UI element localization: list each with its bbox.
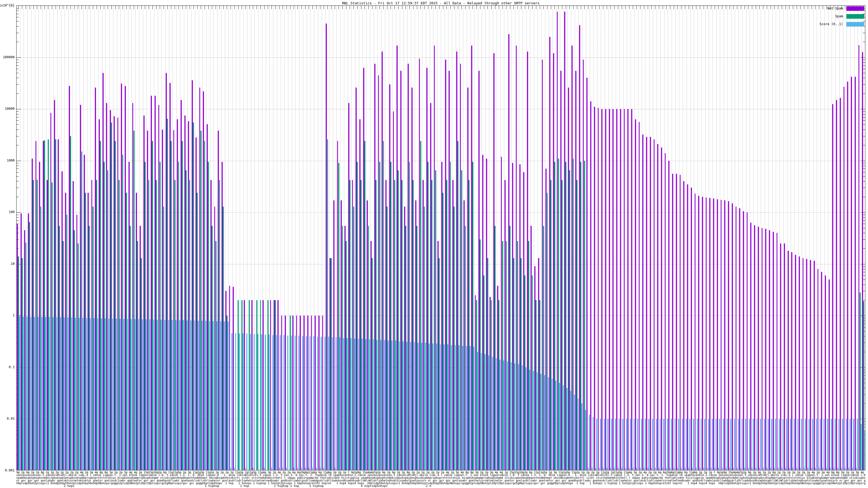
- category-gridline: [713, 6, 713, 470]
- x-tick-top: [566, 6, 566, 9]
- x-tick-top: [655, 6, 655, 9]
- y-tick-label: 100000: [0, 55, 14, 59]
- y-minor-tick-right: [863, 42, 865, 42]
- x-tick-top: [763, 6, 763, 9]
- x-tick-top: [759, 6, 760, 9]
- y-minor-tick-right: [863, 176, 865, 176]
- x-tick-top: [93, 6, 93, 9]
- bar-score: [779, 419, 780, 470]
- x-tick-top: [629, 6, 629, 9]
- x-tick-bottom: [715, 468, 715, 470]
- bar-score: [146, 319, 147, 470]
- y-minor-tick-left: [17, 163, 19, 163]
- x-tick-top: [56, 6, 56, 9]
- chart-title: RBL Statistics - Fri Oct 17 12:59:37 EDT…: [16, 1, 865, 5]
- bar-score: [328, 337, 329, 470]
- y-minor-tick-left: [17, 84, 19, 85]
- x-tick-top: [730, 6, 730, 9]
- legend-row-spam: Spam: [819, 14, 864, 19]
- y-minor-tick-right: [863, 275, 865, 276]
- x-tick-bottom: [655, 468, 655, 470]
- x-axis-cluster-label: 2 hops: [64, 485, 74, 487]
- bar-not-spam: [687, 184, 688, 470]
- bar-not-spam: [665, 153, 666, 470]
- x-tick-top: [19, 6, 19, 9]
- bar-not-spam: [229, 286, 230, 470]
- category-gridline: [657, 6, 657, 470]
- bar-score: [537, 372, 538, 470]
- x-tick-top: [808, 6, 808, 9]
- x-tick-bottom: [253, 468, 253, 470]
- bar-score: [90, 318, 91, 470]
- x-tick-top: [417, 6, 417, 9]
- bar-score: [131, 319, 132, 470]
- bar-score: [161, 320, 162, 470]
- bar-score: [358, 338, 359, 470]
- bar-not-spam: [620, 109, 621, 470]
- x-axis-cluster-label: 2 h: [426, 485, 431, 487]
- category-gridline: [649, 6, 650, 470]
- x-tick-top: [819, 6, 819, 9]
- x-tick-bottom: [309, 468, 309, 470]
- y-minor-tick-left: [17, 60, 19, 60]
- category-gridline: [772, 6, 773, 470]
- bar-score: [23, 317, 24, 470]
- y-minor-tick-right: [863, 300, 865, 300]
- x-tick-top: [320, 6, 320, 9]
- legend-swatch-score: [846, 22, 864, 27]
- x-tick-top: [286, 6, 287, 9]
- category-gridline: [716, 6, 717, 470]
- x-tick-bottom: [711, 468, 711, 470]
- bar-not-spam: [754, 225, 755, 470]
- x-axis-label-row: or gor gor gor gonlaswbr gnetnetcornetne…: [16, 479, 865, 482]
- x-tick-bottom: [741, 468, 741, 470]
- bar-score: [38, 317, 39, 470]
- x-tick-top: [432, 6, 432, 9]
- x-axis-label-row: h0ptsdp50oh2ptsopzr2 Dohdp5hbp50oh2ptsdp…: [16, 482, 865, 485]
- bar-score: [168, 320, 169, 470]
- bar-not-spam: [683, 181, 684, 470]
- bar-score: [656, 419, 657, 470]
- bar-not-spam: [702, 197, 703, 470]
- x-tick-top: [368, 6, 369, 9]
- bar-score: [321, 337, 322, 470]
- bar-not-spam: [594, 107, 595, 470]
- x-tick-top: [249, 6, 250, 9]
- x-tick-top: [182, 6, 183, 9]
- x-tick-top: [458, 6, 458, 9]
- bar-score: [552, 379, 553, 470]
- bar-not-spam: [627, 109, 628, 470]
- bar-score: [756, 419, 757, 470]
- bar-not-spam: [736, 206, 737, 470]
- bar-score: [213, 321, 214, 470]
- y-minor-tick-right: [863, 84, 865, 85]
- bar-score: [809, 419, 810, 470]
- x-tick-top: [335, 6, 335, 9]
- y-minor-tick-right: [863, 272, 865, 272]
- x-tick-top: [543, 6, 544, 9]
- x-tick-bottom: [279, 468, 279, 470]
- x-tick-top: [353, 6, 354, 9]
- category-gridline: [813, 6, 813, 470]
- bar-score: [492, 357, 493, 470]
- x-tick-bottom: [797, 468, 797, 470]
- y-minor-tick-left: [17, 166, 19, 166]
- bar-score: [529, 370, 530, 470]
- category-gridline: [776, 6, 776, 470]
- y-minor-tick-left: [17, 130, 19, 130]
- bar-score: [719, 419, 720, 470]
- category-gridline: [735, 6, 735, 470]
- bar-score: [354, 338, 355, 470]
- y-minor-tick-left: [17, 169, 19, 169]
- bar-not-spam: [817, 269, 818, 470]
- legend-label-spam: Spam: [835, 14, 843, 18]
- x-tick-top: [584, 6, 585, 9]
- x-tick-bottom: [722, 468, 722, 470]
- x-tick-top: [145, 6, 145, 9]
- x-tick-top: [78, 6, 78, 9]
- bar-score: [600, 419, 601, 470]
- y-minor-tick-right: [863, 130, 865, 130]
- x-tick-top: [607, 6, 607, 9]
- bar-not-spam: [304, 316, 305, 470]
- x-tick-top: [379, 6, 380, 9]
